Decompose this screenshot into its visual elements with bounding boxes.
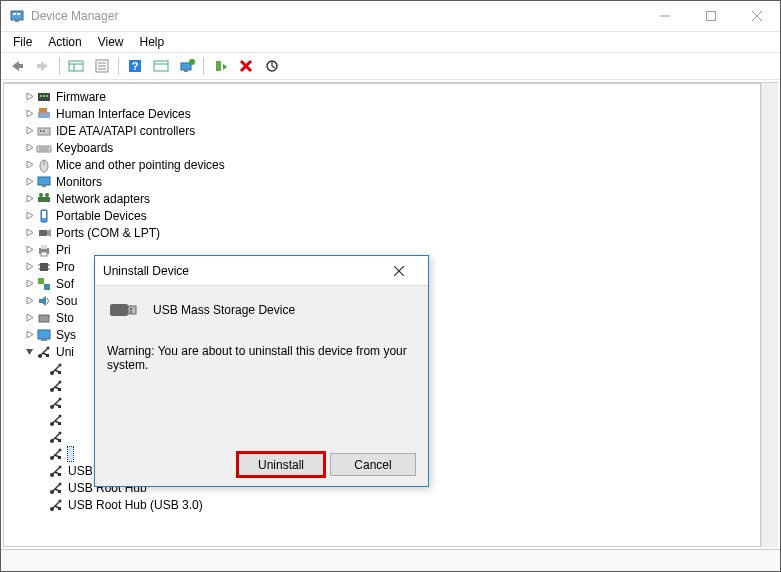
tree-node[interactable]: Mice and other pointing devices (6, 156, 758, 173)
chevron-right-icon[interactable] (22, 328, 36, 342)
svg-point-45 (39, 193, 43, 197)
port-icon (36, 225, 52, 241)
tree-node-label: Sou (56, 294, 77, 308)
forward-button[interactable] (31, 55, 55, 77)
hid-icon (36, 106, 52, 122)
tree-node[interactable]: Firmware (6, 88, 758, 105)
mouse-icon (36, 157, 52, 173)
svg-rect-78 (58, 388, 61, 391)
help-button[interactable]: ? (123, 55, 147, 77)
menu-action[interactable]: Action (40, 33, 89, 51)
cancel-button[interactable]: Cancel (330, 453, 416, 476)
tree-node-label (68, 362, 71, 376)
svg-point-36 (43, 130, 45, 132)
chevron-right-icon[interactable] (22, 226, 36, 240)
svg-rect-0 (11, 11, 23, 20)
tree-node[interactable]: Keyboards (6, 139, 758, 156)
svg-rect-21 (181, 63, 191, 70)
uninstall-button[interactable]: Uninstall (238, 453, 324, 476)
svg-rect-93 (58, 439, 61, 442)
chevron-right-icon[interactable] (22, 243, 36, 257)
tree-node-label: Human Interface Devices (56, 107, 191, 121)
tree-node-label (68, 379, 71, 393)
menu-view[interactable]: View (90, 33, 132, 51)
tree-node[interactable]: Human Interface Devices (6, 105, 758, 122)
tree-node[interactable]: Portable Devices (6, 207, 758, 224)
svg-rect-108 (58, 490, 61, 493)
svg-point-81 (59, 397, 62, 400)
svg-rect-22 (184, 70, 188, 72)
tree-node-label: Monitors (56, 175, 102, 189)
chevron-right-icon[interactable] (22, 260, 36, 274)
vertical-scrollbar[interactable] (761, 83, 778, 547)
tree-node-label: IDE ATA/ATAPI controllers (56, 124, 195, 138)
ide-icon (36, 123, 52, 139)
svg-rect-73 (58, 371, 61, 374)
svg-rect-31 (46, 95, 48, 97)
usb-icon (48, 378, 64, 394)
tree-node-label: Sys (56, 328, 76, 342)
usb-icon (48, 429, 64, 445)
svg-point-76 (59, 380, 62, 383)
enable-device-icon[interactable] (208, 55, 232, 77)
chevron-right-icon[interactable] (22, 209, 36, 223)
scan-hardware-icon[interactable] (260, 55, 284, 77)
chevron-right-icon[interactable] (22, 192, 36, 206)
menu-file[interactable]: File (5, 33, 40, 51)
svg-point-111 (59, 499, 62, 502)
svg-rect-48 (42, 211, 46, 218)
app-icon (9, 8, 25, 24)
close-button[interactable] (734, 1, 780, 31)
back-button[interactable] (5, 55, 29, 77)
svg-rect-59 (44, 284, 50, 290)
show-hide-tree-button[interactable] (64, 55, 88, 77)
tree-node[interactable]: USB Root Hub (USB 3.0) (6, 496, 758, 513)
chevron-right-icon[interactable] (22, 311, 36, 325)
tree-node-label (68, 396, 71, 410)
minimize-button[interactable] (642, 1, 688, 31)
svg-rect-83 (58, 405, 61, 408)
tree-node-label (68, 413, 71, 427)
chevron-right-icon[interactable] (22, 277, 36, 291)
usb-icon (48, 395, 64, 411)
tree-node[interactable]: Ports (COM & LPT) (6, 224, 758, 241)
svg-rect-68 (46, 354, 49, 357)
uninstall-device-icon[interactable] (234, 55, 258, 77)
svg-point-35 (40, 130, 42, 132)
chevron-right-icon[interactable] (22, 90, 36, 104)
tree-node[interactable]: Network adapters (6, 190, 758, 207)
storage-icon (36, 310, 52, 326)
action-button[interactable] (149, 55, 173, 77)
svg-rect-53 (40, 263, 48, 271)
dialog-titlebar: Uninstall Device (95, 256, 428, 286)
svg-rect-5 (707, 12, 716, 21)
statusbar (1, 549, 780, 571)
chevron-right-icon[interactable] (22, 124, 36, 138)
tree-node[interactable]: Monitors (6, 173, 758, 190)
chevron-right-icon[interactable] (22, 141, 36, 155)
chevron-right-icon[interactable] (22, 158, 36, 172)
usb-icon (48, 497, 64, 513)
tree-node-label: Firmware (56, 90, 106, 104)
chevron-right-icon[interactable] (22, 294, 36, 308)
maximize-button[interactable] (688, 1, 734, 31)
usb-icon (48, 463, 64, 479)
properties-button[interactable] (90, 55, 114, 77)
svg-rect-60 (39, 315, 49, 322)
tree-node-label (68, 430, 71, 444)
menubar: File Action View Help (1, 32, 780, 52)
uninstall-dialog: Uninstall Device USB Mass Storage Device… (94, 255, 429, 487)
svg-rect-1 (13, 13, 16, 15)
dialog-close-button[interactable] (394, 266, 420, 276)
update-driver-icon[interactable] (175, 55, 199, 77)
chevron-right-icon[interactable] (22, 175, 36, 189)
usb-icon (48, 412, 64, 428)
svg-rect-118 (130, 308, 132, 310)
menu-help[interactable]: Help (132, 33, 173, 51)
chevron-right-icon[interactable] (22, 107, 36, 121)
svg-rect-43 (42, 185, 46, 187)
firmware-icon (36, 89, 52, 105)
chevron-down-icon[interactable] (22, 345, 36, 359)
tree-node[interactable]: IDE ATA/ATAPI controllers (6, 122, 758, 139)
svg-point-91 (59, 431, 62, 434)
